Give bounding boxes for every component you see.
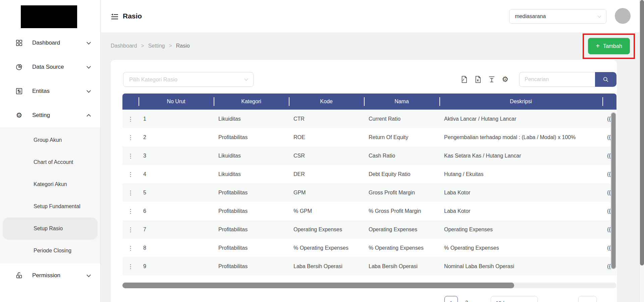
table-vertical-scrollbar-thumb[interactable] xyxy=(611,112,616,269)
breadcrumb-item[interactable]: Dashboard xyxy=(111,43,137,49)
category-filter-placeholder: Pilih Kategori Rasio xyxy=(129,76,177,83)
cell-no-urut: 9 xyxy=(139,257,214,276)
chevron-down-icon xyxy=(87,40,91,45)
app-logo xyxy=(21,5,77,28)
cell-kategori: Profitabilitas xyxy=(214,183,289,202)
sidebar-item-setting[interactable]: ⚙ Setting xyxy=(0,103,100,127)
table-row: 8 Profitabilitas % Operating Expenses % … xyxy=(122,239,616,257)
row-menu-icon[interactable] xyxy=(122,183,139,202)
cell-kategori: Likuiditas xyxy=(214,146,289,165)
sidebar-item-data-source[interactable]: Data Source xyxy=(0,55,100,79)
cell-no-urut: 1 xyxy=(139,110,214,128)
pagination-next-icon[interactable]: › xyxy=(477,300,479,302)
row-menu-icon[interactable] xyxy=(122,257,139,276)
cell-kode: ROE xyxy=(289,128,364,146)
submenu-item-label: Kategori Akun xyxy=(34,181,67,187)
cell-deskripsi: % Operating Expenses xyxy=(439,239,602,257)
search-icon xyxy=(602,76,609,83)
submenu-item[interactable]: Group Akun xyxy=(3,129,98,151)
cell-kategori: Likuiditas xyxy=(214,165,289,183)
submenu-item[interactable]: Chart of Account xyxy=(3,151,98,173)
pagination-page-2[interactable]: 2 xyxy=(465,299,468,302)
cell-no-urut: 7 xyxy=(139,220,214,239)
sliders-icon xyxy=(15,87,23,95)
cell-kode: Laba Bersih Operasi xyxy=(289,257,364,276)
submenu-item[interactable]: Setup Fundamental xyxy=(3,195,98,218)
search-input[interactable] xyxy=(519,72,595,87)
row-menu-icon[interactable] xyxy=(122,146,139,165)
pagination: ‹ 1 2 › 10 / page xyxy=(122,296,616,302)
submenu-item-label: Chart of Account xyxy=(34,159,73,165)
sidebar-item-label: Data Source xyxy=(32,64,87,70)
search-button[interactable] xyxy=(595,72,616,87)
export-excel-icon[interactable] xyxy=(474,75,482,83)
cell-kode: GPM xyxy=(289,183,364,202)
cell-no-urut: 3 xyxy=(139,146,214,165)
row-height-icon[interactable] xyxy=(488,75,496,83)
search-group xyxy=(519,72,616,87)
pagination-prev-icon[interactable]: ‹ xyxy=(434,300,436,302)
cell-nama: % Operating Expenses xyxy=(364,239,439,257)
pagination-page-1[interactable]: 1 xyxy=(444,296,458,302)
breadcrumb-separator: > xyxy=(169,43,172,49)
pagination-page-size-select[interactable]: 10 / page xyxy=(491,296,538,302)
row-menu-icon[interactable] xyxy=(122,202,139,220)
cell-nama: Current Ratio xyxy=(364,110,439,128)
pie-chart-icon xyxy=(15,63,23,71)
submenu-item[interactable]: Periode Closing xyxy=(3,240,98,262)
row-menu-icon[interactable] xyxy=(122,128,139,146)
sidebar-item-permission[interactable]: Permission xyxy=(0,263,100,288)
company-select-value: mediasarana xyxy=(515,13,546,19)
page-scrollbar-track[interactable] xyxy=(639,0,644,302)
cell-nama: Gross Profit Margin xyxy=(364,183,439,202)
table-header-actions-col xyxy=(122,94,139,110)
sidebar-item-label: Entitas xyxy=(32,88,87,95)
row-menu-icon[interactable] xyxy=(122,239,139,257)
table-settings-icon[interactable]: ⚙ xyxy=(501,75,509,83)
cell-deskripsi: Kas Setara Kas / Hutang Lancar xyxy=(439,146,602,165)
table-header-extra-col xyxy=(602,94,616,110)
cell-nama: Debt Equity Ratio xyxy=(364,165,439,183)
add-button[interactable]: + Tambah xyxy=(588,38,630,54)
menu-fold-icon[interactable] xyxy=(111,13,119,21)
cell-no-urut: 8 xyxy=(139,239,214,257)
category-filter-select[interactable]: Pilih Kategori Rasio xyxy=(123,72,254,87)
sidebar-item-label: Dashboard xyxy=(32,40,87,46)
cell-kategori: Profitabilitas xyxy=(214,202,289,220)
gear-icon: ⚙ xyxy=(15,112,23,119)
page-scrollbar-thumb[interactable] xyxy=(640,0,644,265)
cell-kategori: Profitabilitas xyxy=(214,239,289,257)
horizontal-scrollbar-thumb[interactable] xyxy=(122,283,514,288)
cell-deskripsi: Hutang / Ekuitas xyxy=(439,165,602,183)
cell-kode: CSR xyxy=(289,146,364,165)
cell-deskripsi: Nominal Laba Bersih Operasi xyxy=(439,257,602,276)
pagination-quick-jump-input[interactable] xyxy=(578,296,597,302)
cell-kode: % Operating Expenses xyxy=(289,239,364,257)
table-header-cell: Nama xyxy=(364,94,439,110)
submenu-item[interactable]: Setup Rasio xyxy=(3,218,98,240)
submenu-item-label: Group Akun xyxy=(34,137,62,143)
chevron-down-icon xyxy=(597,14,601,17)
top-bar: Rasio mediasarana xyxy=(101,0,644,33)
sidebar-item-dashboard[interactable]: Dashboard xyxy=(0,31,100,55)
cell-nama: Cash Ratio xyxy=(364,146,439,165)
submenu-item[interactable]: Kategori Akun xyxy=(3,173,98,195)
horizontal-scrollbar-track[interactable] xyxy=(122,283,616,288)
page-title: Rasio xyxy=(123,12,142,20)
cell-kode: % GPM xyxy=(289,202,364,220)
breadcrumb-item[interactable]: Setting xyxy=(148,43,165,49)
table-row: 4 Likuiditas DER Debt Equity Ratio Hutan… xyxy=(122,165,616,183)
export-pdf-icon[interactable] xyxy=(460,75,468,83)
table-row: 5 Profitabilitas GPM Gross Profit Margin… xyxy=(122,183,616,202)
avatar[interactable] xyxy=(615,8,631,24)
company-select[interactable]: mediasarana xyxy=(509,9,606,24)
row-menu-icon[interactable] xyxy=(122,165,139,183)
row-menu-icon[interactable] xyxy=(122,110,139,128)
cell-deskripsi: Laba Kotor xyxy=(439,183,602,202)
row-menu-icon[interactable] xyxy=(122,220,139,239)
sidebar-item-entitas[interactable]: Entitas xyxy=(0,79,100,103)
cell-kategori: Likuiditas xyxy=(214,110,289,128)
unlock-icon xyxy=(15,272,23,279)
sidebar-item-label: Permission xyxy=(32,272,87,279)
cell-no-urut: 4 xyxy=(139,165,214,183)
